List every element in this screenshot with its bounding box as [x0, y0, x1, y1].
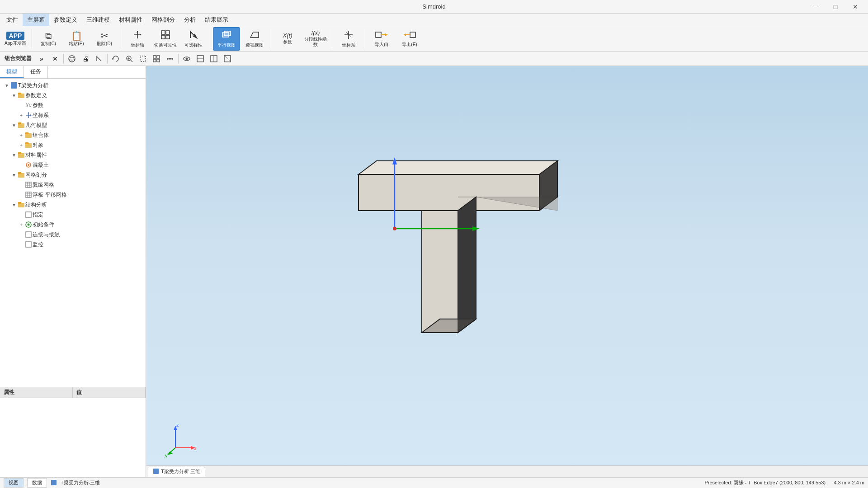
secondary-toolbar: 组合浏览器 » ✕ 🖨 — [0, 52, 868, 66]
tree-toggle-object[interactable]: + — [18, 143, 24, 148]
tb2-angle[interactable] — [93, 53, 105, 65]
viewport[interactable]: z x y T梁受力分析-三维 — [146, 66, 868, 477]
svg-rect-103 — [51, 480, 57, 485]
tb2-clip[interactable] — [208, 53, 220, 65]
tb2-expand[interactable]: » — [35, 53, 48, 65]
tree-plate-mesh[interactable]: 浮板-平移网格 — [0, 190, 146, 200]
tree-area[interactable]: ▼ T梁受力分析 ▼ 参数定义 Xu 参数 — [0, 79, 146, 387]
paste-label: 粘贴(P) — [69, 41, 84, 47]
close-button[interactable]: ✕ — [846, 0, 864, 14]
tree-object[interactable]: + 对象 — [0, 140, 146, 150]
tree-mesh[interactable]: ▼ 网格剖分 — [0, 170, 146, 180]
tree-combined-body[interactable]: + 组合体 — [0, 130, 146, 140]
tree-concrete[interactable]: 混凝土 — [0, 160, 146, 170]
tree-toggle-initial[interactable]: + — [18, 222, 24, 227]
tree-params-def[interactable]: ▼ 参数定义 — [0, 90, 146, 100]
toolbar-delete[interactable]: ✂ 删除(D) — [91, 27, 118, 51]
menu-params[interactable]: 参数定义 — [49, 14, 82, 26]
toolbar-piecewise[interactable]: f(x) 分段线性函数 — [302, 27, 329, 51]
perspective-view-label: 透视视图 — [245, 42, 264, 48]
status-tab-data[interactable]: 数据 — [27, 478, 47, 488]
tree-specify[interactable]: 指定 — [0, 210, 146, 220]
menu-file[interactable]: 文件 — [2, 14, 23, 26]
svg-rect-14 — [376, 32, 381, 38]
status-tab-view[interactable]: 视图 — [4, 478, 24, 488]
panel-title: 组合浏览器 — [2, 55, 34, 62]
import-label: 导入(I) — [375, 42, 388, 47]
tree-geo-model[interactable]: ▼ 几何模型 — [0, 120, 146, 130]
toolbar-visibility[interactable]: 切换可见性 — [152, 27, 179, 51]
tree-toggle-combined[interactable]: + — [18, 133, 24, 138]
toolbar-selectable[interactable]: 可选择性 — [180, 27, 207, 51]
svg-rect-27 — [140, 56, 146, 61]
viewport-tab-3d[interactable]: T梁受力分析-三维 — [148, 467, 205, 477]
svg-point-92 — [393, 227, 396, 230]
tab-model[interactable]: 模型 — [0, 66, 24, 78]
tree-struct[interactable]: ▼ 结构分析 — [0, 200, 146, 210]
tb2-view-opts[interactable] — [194, 53, 207, 65]
tree-icon-struct — [17, 201, 25, 209]
tree-toggle-root[interactable]: ▼ — [4, 83, 10, 88]
tb2-select-points[interactable] — [164, 53, 176, 65]
toolbar-perspective-view[interactable]: 透视视图 — [241, 27, 268, 51]
tree-wing-mesh[interactable]: 翼缘网格 — [0, 180, 146, 190]
toolbar-import[interactable]: 导入(I) — [368, 27, 395, 51]
tb2-select-all[interactable] — [150, 53, 163, 65]
tb2-section[interactable] — [221, 53, 234, 65]
tb2-sphere[interactable] — [66, 53, 78, 65]
toolbar-coordinate[interactable]: 坐标轴 — [124, 27, 151, 51]
tree-toggle-geo[interactable]: ▼ — [11, 123, 17, 128]
menu-material[interactable]: 材料属性 — [114, 14, 147, 26]
tree-icon-geo — [17, 121, 25, 129]
tb2-zoom[interactable] — [123, 53, 136, 65]
menu-results[interactable]: 结果展示 — [200, 14, 233, 26]
sep5 — [332, 29, 332, 49]
tb2-print[interactable]: 🖨 — [79, 53, 92, 65]
tree-connection[interactable]: 连接与接触 — [0, 230, 146, 239]
tree-xu-param[interactable]: Xu 参数 — [0, 100, 146, 110]
toolbar-app-dev[interactable]: APP App开发器 — [2, 27, 29, 51]
menu-home[interactable]: 主屏幕 — [23, 14, 49, 26]
tree-coord-sys[interactable]: + 坐标系 — [0, 110, 146, 120]
tree-icon-monitor — [24, 240, 33, 249]
tree-root[interactable]: ▼ T梁受力分析 — [0, 80, 146, 90]
tb2-close[interactable]: ✕ — [49, 53, 61, 65]
toolbar-parallel-view[interactable]: 平行视图 — [213, 27, 240, 51]
toolbar-export[interactable]: 导出(E) — [396, 27, 423, 51]
toolbar-copy[interactable]: ⧉ 复制(C) — [35, 27, 62, 51]
tb2-rotate[interactable] — [109, 53, 122, 65]
maximize-button[interactable]: □ — [826, 0, 844, 14]
toolbar-paste[interactable]: 📋 粘贴(P) — [63, 27, 90, 51]
svg-marker-16 — [385, 33, 387, 36]
props-col-attr: 属性 — [0, 387, 73, 398]
tree-toggle-mesh[interactable]: ▼ — [11, 173, 17, 178]
tree-toggle-struct[interactable]: ▼ — [11, 202, 17, 207]
tree-label-root: T梁受力分析 — [18, 82, 48, 89]
preselected-text: Preselected: 翼缘 - T — [704, 480, 751, 485]
svg-rect-53 — [25, 132, 28, 134]
tree-toggle-coord[interactable]: + — [18, 113, 24, 118]
import-icon — [375, 30, 388, 41]
tree-toggle-params[interactable]: ▼ — [11, 93, 17, 98]
tree-icon-root — [10, 81, 18, 89]
statusbar-left: 视图 数据 T梁受力分析-三维 — [4, 478, 100, 488]
menu-3dmodel[interactable]: 三维建模 — [82, 14, 114, 26]
menu-mesh[interactable]: 网格剖分 — [147, 14, 179, 26]
tree-material[interactable]: ▼ 材料属性 — [0, 150, 146, 160]
tb2-frame[interactable] — [137, 53, 149, 65]
svg-rect-9 — [224, 31, 231, 36]
sep2 — [121, 29, 121, 49]
menu-analysis[interactable]: 分析 — [179, 14, 200, 26]
tab-task[interactable]: 任务 — [24, 66, 48, 78]
minimize-button[interactable]: ─ — [807, 0, 825, 14]
toolbar-param[interactable]: X(t) 参数 — [274, 27, 301, 51]
svg-rect-78 — [26, 242, 31, 247]
tree-toggle-material[interactable]: ▼ — [11, 153, 17, 158]
tree-initial-cond[interactable]: + 初始条件 — [0, 220, 146, 230]
paste-icon: 📋 — [71, 31, 82, 40]
tb2-eye[interactable] — [180, 53, 193, 65]
preselected-detail: .Box.Edge7 (2000, 800, 149.553) — [752, 480, 826, 485]
tree-monitor[interactable]: 监控 — [0, 239, 146, 249]
toolbar-coord-sys[interactable]: 坐标系 — [335, 27, 362, 51]
props-header: 属性 值 — [0, 387, 146, 398]
